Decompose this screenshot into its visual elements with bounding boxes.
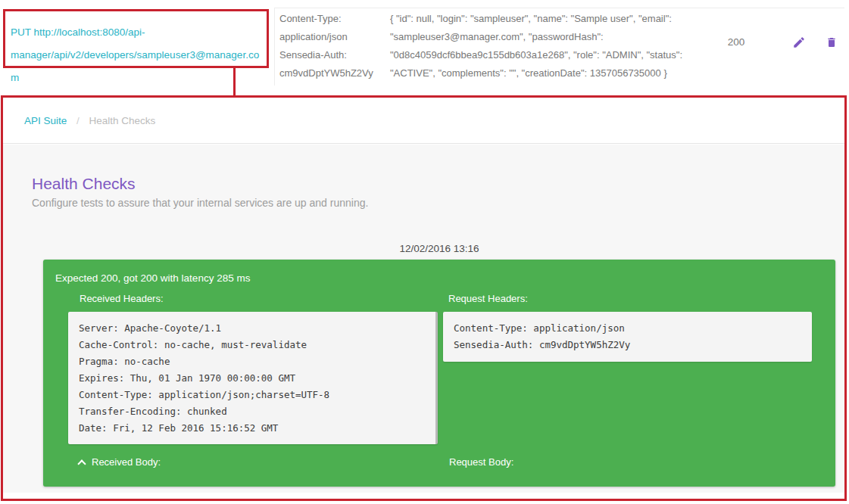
received-header-line: Cache-Control: no-cache, must-revalidate	[79, 337, 425, 353]
received-header-line: Date: Fri, 12 Feb 2016 15:16:52 GMT	[79, 420, 425, 437]
row-top-divider	[274, 8, 844, 8]
request-headers-box: Content-Type: application/json Sensedia-…	[443, 312, 812, 362]
received-headers-label: Received Headers:	[80, 293, 164, 304]
header-line: Content-Type:	[279, 10, 387, 28]
received-header-line: Expires: Thu, 01 Jan 1970 00:00:00 GMT	[79, 370, 425, 387]
row-left-divider	[274, 8, 275, 86]
delete-button[interactable]	[826, 36, 838, 49]
request-body-cell: { "id": null, "login": "sampleuser", "na…	[390, 10, 702, 82]
received-header-line: Transfer-Encoding: chunked	[79, 403, 425, 420]
breadcrumb: API Suite / Health Checks	[3, 98, 844, 144]
pencil-icon	[792, 36, 806, 49]
received-body-label: Received Body:	[92, 456, 161, 468]
header-line: application/json	[279, 28, 387, 46]
breadcrumb-api-suite[interactable]: API Suite	[24, 115, 67, 126]
status-code: 200	[713, 36, 759, 48]
edit-button[interactable]	[792, 36, 806, 49]
page: PUT http://localhost:8080/api-manager/ap…	[0, 0, 849, 504]
request-body-label: Request Body:	[449, 456, 513, 468]
received-header-line: Content-Type: application/json;charset=U…	[79, 387, 425, 403]
received-header-line: Pragma: no-cache	[79, 353, 425, 370]
request-header-line: Sensedia-Auth: cm9vdDptYW5hZ2Vy	[454, 337, 801, 353]
request-body-label-text: Request Body:	[449, 456, 513, 468]
result-summary: Expected 200, got 200 with latency 285 m…	[55, 272, 250, 284]
breadcrumb-separator: /	[76, 115, 80, 126]
request-headers-label: Request Headers:	[448, 293, 528, 304]
request-headers-cell: Content-Type: application/json Sensedia-…	[279, 10, 387, 82]
page-title: Health Checks	[32, 175, 136, 193]
header-line: Sensedia-Auth:	[279, 46, 387, 64]
request-url-link[interactable]: PUT http://localhost:8080/api-manager/ap…	[11, 21, 264, 89]
health-check-result-card: Expected 200, got 200 with latency 285 m…	[43, 260, 835, 487]
chevron-up-icon	[77, 459, 86, 468]
page-subtitle: Configure tests to assure that your inte…	[32, 197, 368, 209]
received-header-line: Server: Apache-Coyote/1.1	[79, 320, 425, 337]
header-line: cm9vdDptYW5hZ2Vy	[279, 64, 387, 82]
health-checks-panel: API Suite / Health Checks Health Checks …	[1, 95, 847, 501]
request-header-line: Content-Type: application/json	[454, 320, 801, 337]
annotation-connector-line	[233, 68, 236, 96]
trash-icon	[826, 36, 838, 49]
breadcrumb-current: Health Checks	[89, 115, 156, 126]
received-body-toggle[interactable]: Received Body:	[79, 456, 161, 468]
check-timestamp: 12/02/2016 13:16	[43, 243, 835, 254]
received-headers-box[interactable]: Server: Apache-Coyote/1.1 Cache-Control:…	[68, 312, 438, 444]
